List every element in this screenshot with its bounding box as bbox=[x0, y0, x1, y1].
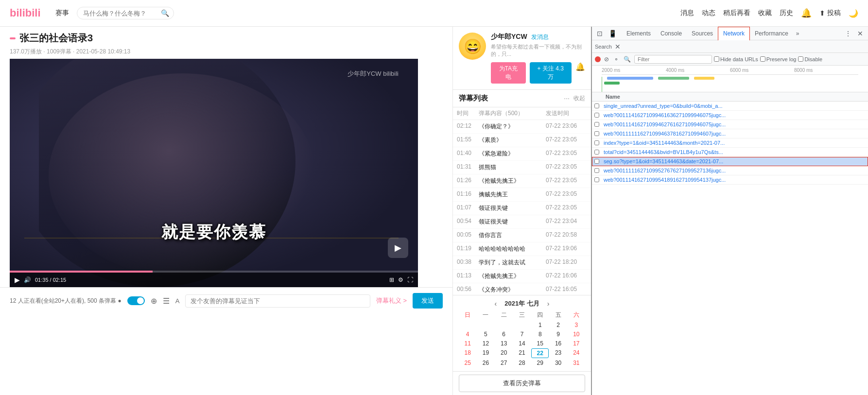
danmaku-gift-label[interactable]: 弹幕礼义 > bbox=[376, 296, 407, 305]
disable-cache-checkbox[interactable] bbox=[798, 56, 803, 62]
network-row-3[interactable]: web?00111111627109946378162710994607jugc… bbox=[592, 129, 868, 138]
cal-day-5[interactable]: 5 bbox=[477, 330, 494, 339]
nav-link-saishi[interactable]: 赛事 bbox=[55, 9, 69, 17]
table-row[interactable]: 01:31 抓熊猫 07-22 23:05 bbox=[453, 161, 591, 174]
view-history-button[interactable]: 查看历史弹幕 bbox=[459, 375, 585, 392]
clear-button[interactable]: ⊘ bbox=[603, 55, 610, 63]
volume-icon[interactable]: 🔊 bbox=[24, 276, 31, 283]
table-row[interactable]: 00:05 借你言言 07-22 20:58 bbox=[453, 229, 591, 242]
cal-day-4[interactable]: 4 bbox=[459, 330, 476, 339]
network-row-3-checkbox[interactable] bbox=[594, 131, 599, 136]
cal-day-11[interactable]: 11 bbox=[459, 339, 476, 348]
danmaku-list-icon[interactable]: ☰ bbox=[163, 296, 170, 306]
filter-icon-btn[interactable]: ⚬ bbox=[612, 55, 620, 63]
network-row-8[interactable]: web?00111416271099541891627109954137jugc… bbox=[592, 175, 868, 185]
cal-day-3[interactable]: 3 bbox=[568, 321, 585, 329]
cal-day-26[interactable]: 26 bbox=[477, 359, 494, 367]
search-box[interactable]: 🔍 bbox=[77, 7, 174, 19]
filter-input[interactable] bbox=[634, 55, 712, 64]
cal-day-15[interactable]: 15 bbox=[531, 339, 549, 348]
cal-day-1[interactable]: 1 bbox=[531, 321, 549, 329]
settings-icon[interactable]: ⚙ bbox=[398, 276, 403, 283]
network-row-0-name[interactable]: single_unread?unread_type=0&build=0&mobi… bbox=[602, 103, 868, 109]
calendar-prev-btn[interactable]: ‹ bbox=[495, 300, 497, 308]
danmaku-more-icon[interactable]: ··· bbox=[564, 94, 570, 102]
table-row[interactable]: 00:56 《义务冲突》 07-22 16:05 bbox=[453, 283, 591, 295]
devtools-close-icon[interactable]: ✕ bbox=[855, 29, 865, 38]
table-row[interactable]: 01:19 哈哈哈哈哈哈哈哈 07-22 19:06 bbox=[453, 242, 591, 256]
cal-day-30[interactable]: 30 bbox=[549, 359, 567, 367]
devtools-more-options-icon[interactable]: ⋮ bbox=[843, 29, 853, 38]
cal-day-8[interactable]: 8 bbox=[531, 330, 549, 339]
disable-cache-label[interactable]: Disable bbox=[798, 56, 822, 62]
fullscreen-icon[interactable]: ⛶ bbox=[407, 276, 413, 283]
table-row[interactable]: 01:55 《素质》 07-22 23:05 bbox=[453, 134, 591, 147]
search-icon[interactable]: 🔍 bbox=[161, 9, 169, 17]
network-row-8-name[interactable]: web?00111416271099541891627109954137jugc… bbox=[602, 177, 868, 183]
charge-button[interactable]: 为TA充电 bbox=[491, 62, 526, 84]
network-row-8-checkbox[interactable] bbox=[594, 177, 599, 182]
cal-day-12[interactable]: 12 bbox=[477, 339, 494, 348]
network-row-4[interactable]: index?type=1&oid=3451144463&month=2021-0… bbox=[592, 138, 868, 148]
hide-data-urls-checkbox[interactable] bbox=[714, 56, 719, 62]
record-button[interactable] bbox=[595, 56, 601, 62]
cal-day-21[interactable]: 21 bbox=[513, 348, 531, 358]
calendar-next-btn[interactable]: › bbox=[547, 300, 550, 308]
network-row-1[interactable]: web?00111416271099461636271099946075jugc… bbox=[592, 111, 868, 120]
cal-day-10[interactable]: 10 bbox=[568, 330, 585, 339]
search-close-button[interactable]: ✕ bbox=[615, 43, 621, 50]
cal-day-19[interactable]: 19 bbox=[477, 348, 494, 358]
network-row-3-name[interactable]: web?00111111627109946378162710994607jugc… bbox=[602, 131, 868, 137]
play-pause-icon[interactable]: ▶ bbox=[15, 276, 20, 284]
search-input[interactable] bbox=[83, 10, 161, 17]
danmaku-toggle-icon[interactable]: ⊞ bbox=[389, 276, 394, 283]
tab-performance[interactable]: Performance bbox=[750, 27, 793, 40]
cal-day-13[interactable]: 13 bbox=[495, 339, 513, 348]
tab-sources[interactable]: Sources bbox=[687, 27, 718, 40]
devtools-inspect-icon[interactable]: ⊡ bbox=[595, 29, 605, 38]
preserve-log-checkbox[interactable] bbox=[760, 56, 765, 62]
tab-console[interactable]: Console bbox=[656, 27, 687, 40]
table-row[interactable]: 01:07 领证很关键 07-22 23:05 bbox=[453, 202, 591, 215]
network-search-icon-btn[interactable]: 🔍 bbox=[622, 55, 632, 63]
network-row-2-checkbox[interactable] bbox=[594, 122, 599, 127]
table-row[interactable]: 01:40 《紧急避险》 07-22 23:05 bbox=[453, 147, 591, 161]
danmaku-input[interactable] bbox=[191, 297, 365, 305]
table-row[interactable]: 01:16 擒贼先擒王 07-22 23:05 bbox=[453, 188, 591, 202]
table-row[interactable]: 01:13 《抢贼先擒王》 07-22 16:06 bbox=[453, 270, 591, 283]
dark-mode-icon[interactable]: 🌙 bbox=[849, 9, 858, 18]
network-row-6-checkbox[interactable] bbox=[594, 159, 599, 164]
cal-day-23[interactable]: 23 bbox=[549, 348, 567, 358]
network-row-6-name[interactable]: seg.so?type=1&oid=3451144463&date=2021-0… bbox=[602, 158, 868, 164]
network-row-5[interactable]: total?cid=3451144463&bvid=BV1LB4y1u7Qs&t… bbox=[592, 148, 868, 157]
network-row-4-name[interactable]: index?type=1&oid=3451144463&month=2021-0… bbox=[602, 140, 868, 146]
table-row[interactable]: 00:38 学到了，这就去试 07-22 18:20 bbox=[453, 256, 591, 270]
network-row-0-checkbox[interactable] bbox=[594, 103, 599, 108]
cal-day-17[interactable]: 17 bbox=[568, 339, 585, 348]
cal-day-22-today[interactable]: 22 bbox=[531, 348, 549, 358]
cal-day-9[interactable]: 9 bbox=[549, 330, 567, 339]
follow-button[interactable]: + 关注 4.3万 bbox=[530, 62, 572, 84]
network-row-6[interactable]: seg.so?type=1&oid=3451144463&date=2021-0… bbox=[592, 157, 868, 166]
preserve-log-label[interactable]: Preserve log bbox=[760, 56, 797, 62]
send-danmaku-button[interactable]: 发送 bbox=[413, 293, 443, 309]
hide-data-urls-label[interactable]: Hide data URLs bbox=[714, 56, 758, 62]
danmaku-toggle[interactable] bbox=[127, 296, 145, 305]
cal-day-31[interactable]: 31 bbox=[568, 359, 585, 367]
tab-elements[interactable]: Elements bbox=[622, 27, 656, 40]
cal-day-28[interactable]: 28 bbox=[513, 359, 531, 367]
cal-day-29[interactable]: 29 bbox=[531, 359, 549, 367]
devtools-device-icon[interactable]: 📱 bbox=[607, 29, 619, 38]
network-row-2-name[interactable]: web?00111416271099462761627109946075jugc… bbox=[602, 121, 868, 127]
tab-more[interactable]: » bbox=[793, 27, 802, 40]
network-row-4-checkbox[interactable] bbox=[594, 140, 599, 145]
tab-network[interactable]: Network bbox=[718, 27, 750, 40]
danmaku-settings-icon[interactable]: ⊕ bbox=[151, 296, 157, 306]
network-row-5-checkbox[interactable] bbox=[594, 150, 599, 155]
upload-button[interactable]: ⬆ 投稿 bbox=[819, 9, 841, 17]
cal-day-2[interactable]: 2 bbox=[549, 321, 567, 329]
cal-day-20[interactable]: 20 bbox=[495, 348, 513, 358]
nav-link-history[interactable]: 历史 bbox=[780, 9, 793, 17]
cal-day-6[interactable]: 6 bbox=[495, 330, 513, 339]
cal-day-16[interactable]: 16 bbox=[549, 339, 567, 348]
